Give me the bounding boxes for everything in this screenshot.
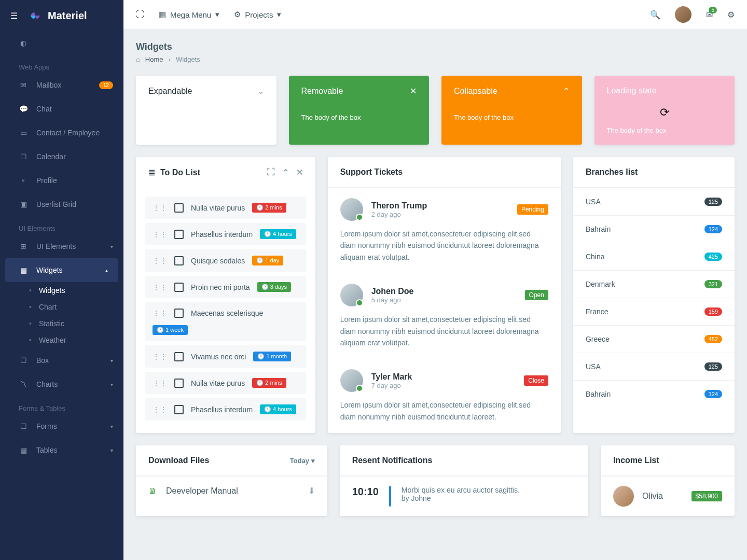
fullscreen-icon[interactable]: ⛶ bbox=[136, 10, 144, 19]
drag-icon[interactable]: ⋮⋮ bbox=[153, 405, 167, 414]
spinner-icon: ⟳ bbox=[660, 106, 669, 119]
sidebar-item-userlist[interactable]: ▣Userlist Grid bbox=[0, 192, 123, 216]
close-icon[interactable]: ✕ bbox=[410, 86, 417, 96]
home-icon: ⌂ bbox=[136, 55, 140, 63]
drag-icon[interactable]: ⋮⋮ bbox=[153, 257, 167, 265]
sidebar-item-tables[interactable]: ▦Tables▾ bbox=[0, 438, 123, 462]
todo-card: ≣To Do List ⛶⌃✕ ⋮⋮Nulla vitae purus🕐 2 m… bbox=[136, 157, 315, 433]
ticket-text: Lorem ipsum dolor sit amet,consectetuer … bbox=[340, 399, 548, 423]
sub-statistic[interactable]: Statistic bbox=[29, 315, 123, 332]
branch-row[interactable]: Denmark321 bbox=[573, 270, 735, 298]
branch-row[interactable]: Bahrain124 bbox=[573, 380, 735, 408]
today-dropdown[interactable]: Today ▾ bbox=[290, 457, 315, 465]
branch-row[interactable]: Bahrain124 bbox=[573, 215, 735, 243]
brand-name: Materiel bbox=[48, 10, 87, 22]
branch-count: 125 bbox=[704, 198, 722, 206]
topbar: ⛶ ▦Mega Menu▾ ⚙Projects▾ 🔍 ✉ ⚙ bbox=[123, 0, 747, 29]
charts-icon: 〽 bbox=[19, 380, 28, 389]
mailbox-badge: 12 bbox=[99, 81, 113, 89]
income-amount: $58,900 bbox=[691, 491, 722, 501]
calendar-icon: ☐ bbox=[19, 152, 28, 161]
branch-name: China bbox=[586, 253, 605, 261]
checkbox[interactable] bbox=[174, 256, 184, 265]
branch-name: Bahrain bbox=[586, 225, 611, 233]
todo-item[interactable]: ⋮⋮Nulla vitae purus🕐 2 mins bbox=[145, 197, 306, 219]
ticket-text: Lorem ipsum dolor sit amet,consectetuer … bbox=[340, 314, 548, 348]
projects-menu[interactable]: ⚙Projects▾ bbox=[234, 10, 281, 19]
time-pill: 🕐 1 month bbox=[253, 352, 291, 361]
sidebar-item-uielements[interactable]: ⊞UI Elements▾ bbox=[0, 234, 123, 258]
collapse-icon[interactable]: ⌃ bbox=[282, 167, 289, 177]
todo-item[interactable]: ⋮⋮Proin nec mi porta🕐 3 days bbox=[145, 276, 306, 298]
sidebar-item-charts[interactable]: 〽Charts▾ bbox=[0, 372, 123, 396]
branch-row[interactable]: Greece452 bbox=[573, 325, 735, 353]
time-pill: 🕐 4 hours bbox=[260, 229, 296, 239]
gear-icon: ⚙ bbox=[234, 10, 241, 19]
drag-icon[interactable]: ⋮⋮ bbox=[153, 204, 167, 212]
ticket-time: 2 day ago bbox=[371, 211, 427, 218]
sub-weather[interactable]: Weather bbox=[29, 332, 123, 348]
sidebar-item-dashboard[interactable]: ◐ bbox=[0, 31, 123, 55]
checkbox[interactable] bbox=[174, 203, 184, 213]
drag-icon[interactable]: ⋮⋮ bbox=[153, 353, 167, 361]
download-icon[interactable]: ⬇ bbox=[308, 486, 315, 496]
sidebar-item-forms[interactable]: ☐Forms▾ bbox=[0, 414, 123, 438]
ticket-name: Johen Doe bbox=[371, 287, 414, 296]
todo-item[interactable]: ⋮⋮Phasellus interdum🕐 4 hours bbox=[145, 398, 306, 421]
checkbox[interactable] bbox=[174, 283, 184, 292]
branch-row[interactable]: China425 bbox=[573, 243, 735, 270]
branch-row[interactable]: France159 bbox=[573, 298, 735, 325]
box-collapsable: Collapsable⌃ The body of the box bbox=[441, 76, 582, 145]
checkbox[interactable] bbox=[174, 309, 184, 318]
search-icon[interactable]: 🔍 bbox=[650, 10, 660, 20]
branch-row[interactable]: USA125 bbox=[573, 188, 735, 215]
todo-item[interactable]: ⋮⋮Quisque sodales🕐 1 day bbox=[145, 249, 306, 272]
drag-icon[interactable]: ⋮⋮ bbox=[153, 230, 167, 239]
drag-icon[interactable]: ⋮⋮ bbox=[153, 309, 167, 317]
close-icon[interactable]: ✕ bbox=[296, 167, 303, 177]
todo-item[interactable]: ⋮⋮Maecenas scelerisque🕐 1 week bbox=[145, 302, 306, 341]
breadcrumb: ⌂ Home › Widgets bbox=[136, 55, 735, 63]
branch-name: USA bbox=[586, 198, 601, 206]
sidebar-item-widgets[interactable]: ▤Widgets▴ bbox=[5, 258, 118, 282]
branch-count: 321 bbox=[704, 280, 722, 288]
drag-icon[interactable]: ⋮⋮ bbox=[153, 379, 167, 387]
checkbox[interactable] bbox=[174, 379, 184, 388]
expand-icon[interactable]: ⛶ bbox=[267, 167, 275, 177]
dashboard-icon: ◐ bbox=[19, 38, 28, 48]
menu-icon[interactable]: ☰ bbox=[10, 11, 18, 21]
section-forms: Forms & Tables bbox=[0, 396, 123, 414]
mail-icon[interactable]: ✉ bbox=[706, 10, 713, 20]
notifications-card: Resent Notifications 10:10Morbi quis ex … bbox=[340, 445, 588, 516]
sidebar-item-calendar[interactable]: ☐Calendar bbox=[0, 145, 123, 169]
expand-icon[interactable]: ⌄ bbox=[257, 86, 264, 96]
checkbox[interactable] bbox=[174, 405, 184, 414]
drag-icon[interactable]: ⋮⋮ bbox=[153, 283, 167, 291]
todo-text: Vivamus nec orci bbox=[191, 353, 246, 361]
todo-item[interactable]: ⋮⋮Nulla vitae purus🕐 2 mins bbox=[145, 372, 306, 394]
sub-widgets[interactable]: Widgets bbox=[29, 282, 123, 299]
sidebar-item-chat[interactable]: 💬Chat bbox=[0, 97, 123, 121]
sidebar-item-profile[interactable]: ♀Profile bbox=[0, 169, 123, 192]
settings-icon[interactable]: ⚙ bbox=[727, 10, 735, 20]
avatar[interactable] bbox=[675, 6, 691, 23]
sidebar-item-box[interactable]: ☐Box▾ bbox=[0, 348, 123, 372]
checkbox[interactable] bbox=[174, 352, 184, 361]
branch-row[interactable]: USA125 bbox=[573, 353, 735, 380]
crumb-home[interactable]: Home bbox=[145, 55, 163, 63]
sidebar-item-mailbox[interactable]: ✉Mailbox12 bbox=[0, 73, 123, 97]
checkbox[interactable] bbox=[174, 230, 184, 239]
sub-chart[interactable]: Chart bbox=[29, 299, 123, 315]
collapse-icon[interactable]: ⌃ bbox=[563, 86, 570, 96]
downloads-card: Download FilesToday ▾ 🗎Deeveloper Manual… bbox=[136, 445, 327, 516]
mega-menu[interactable]: ▦Mega Menu▾ bbox=[159, 10, 219, 19]
todo-text: Nulla vitae purus bbox=[191, 204, 245, 212]
todo-item[interactable]: ⋮⋮Phasellus interdum🕐 4 hours bbox=[145, 223, 306, 245]
todo-item[interactable]: ⋮⋮Vivamus nec orci🕐 1 month bbox=[145, 345, 306, 368]
ticket: Tyler Mark7 day agoCloseLorem ipsum dolo… bbox=[328, 359, 561, 433]
chevron-down-icon: ▾ bbox=[110, 358, 113, 363]
todo-text: Quisque sodales bbox=[191, 257, 245, 265]
income-row: Olivia$58,900 bbox=[601, 476, 735, 516]
sidebar-item-contact[interactable]: ▭Contact / Employee bbox=[0, 121, 123, 145]
avatar bbox=[340, 198, 363, 221]
